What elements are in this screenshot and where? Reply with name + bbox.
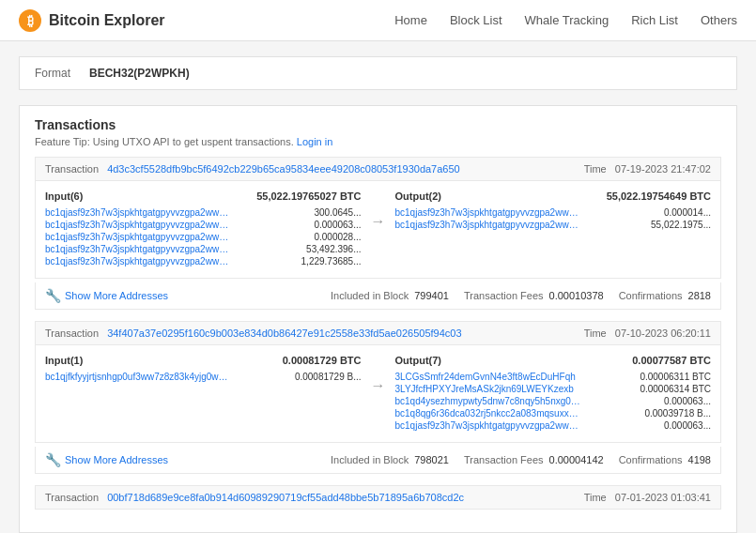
tx-1-in-addr-1: bc1qjasf9z3h7w3jspkhtgatgpyvvzgpa2wwd2lr… <box>45 207 362 218</box>
format-value: BECH32(P2WPKH) <box>89 67 190 80</box>
tx-2-input-header: Input(1) 0.00081729 BTC <box>45 355 362 366</box>
tx-2-header: Transaction 34f407a37e0295f160c9b003e834… <box>35 321 721 345</box>
tx-1-input-header: Input(6) 55,022.19765027 BTC <box>45 190 362 202</box>
tx-3-id-row: Transaction 00bf718d689e9ce8fa0b914d6098… <box>45 492 464 503</box>
tx-id-label-1: Transaction <box>45 163 99 175</box>
tx-1-in-addr-3: bc1qjasf9z3h7w3jspkhtgatgpyvvzgpa2wwd2lr… <box>45 232 362 242</box>
header: ₿ Bitcoin Explorer Home Block List Whale… <box>0 0 756 41</box>
tx-1-footer: 🔧 Show More Addresses Included in Block … <box>35 282 721 310</box>
tx-1-in-addr-2: bc1qjasf9z3h7w3jspkhtgatgpyvvzgpa2wwd2lr… <box>45 220 362 230</box>
tx-1-id-row: Transaction 4d3c3cf5528dfb9bc5f6492cb229… <box>45 163 460 175</box>
tx-1-io: Input(6) 55,022.19765027 BTC bc1qjasf9z3… <box>45 190 711 268</box>
tx-2-footer: 🔧 Show More Addresses Included in Block … <box>35 447 721 474</box>
tx-1-input: Input(6) 55,022.19765027 BTC bc1qjasf9z3… <box>45 190 362 268</box>
tx-1-out-addr-1: bc1qjasf9z3h7w3jspkhtgatgpyvvzgpa2wwd2lr… <box>395 207 712 218</box>
tx-2-in-addr-1: bc1qjfkfyyjrtjsnhgp0uf3ww7z8z83k4yjg0wh4… <box>45 372 362 382</box>
tx-1-id[interactable]: 4d3c3cf5528dfb9bc5f6492cb229b65ca95834ee… <box>107 163 460 175</box>
main-nav: Home Block List Whale Tracking Rich List… <box>394 13 737 27</box>
logo-text: Bitcoin Explorer <box>49 12 165 29</box>
tx-id-label-3: Transaction <box>45 492 99 503</box>
tx-2-out-addr-1: 3LCGsSmfr24demGvnN4e3ft8wEcDuHFqh 0.0000… <box>395 372 712 382</box>
transactions-title: Transactions <box>35 117 721 132</box>
tx-2-output-header: Output(7) 0.00077587 BTC <box>395 355 712 366</box>
main-content: Format BECH32(P2WPKH) Transactions Featu… <box>0 41 756 533</box>
nav-home[interactable]: Home <box>394 13 427 27</box>
tx-1-time: Time 07-19-2023 21:47:02 <box>584 163 711 175</box>
tx-2-block: Included in Block 798021 <box>331 454 449 465</box>
tx-2-input: Input(1) 0.00081729 BTC bc1qjfkfyyjrtjsn… <box>45 355 362 384</box>
tx-1-out-addr-2: bc1qjasf9z3h7w3jspkhtgatgpyvvzgpa2wwd2lr… <box>395 220 712 230</box>
nav-others[interactable]: Others <box>701 13 737 27</box>
tx-2-id[interactable]: 34f407a37e0295f160c9b003e834d0b86427e91c… <box>107 327 461 339</box>
tx-2-id-row: Transaction 34f407a37e0295f160c9b003e834… <box>45 327 462 339</box>
tx-2-confirmations: Confirmations 4198 <box>619 454 711 465</box>
tx-1-body: Input(6) 55,022.19765027 BTC bc1qjasf9z3… <box>35 181 721 279</box>
format-label: Format <box>35 67 70 80</box>
tx-1-header: Transaction 4d3c3cf5528dfb9bc5f6492cb229… <box>35 157 721 181</box>
tx-1-confirmations: Confirmations 2818 <box>619 290 711 301</box>
tx-2-output: Output(7) 0.00077587 BTC 3LCGsSmfr24demG… <box>395 355 712 433</box>
nav-block-list[interactable]: Block List <box>450 13 502 27</box>
tx-3-time: Time 07-01-2023 01:03:41 <box>584 492 711 503</box>
tx-2-show-more[interactable]: 🔧 Show More Addresses <box>45 452 316 467</box>
bitcoin-icon: ₿ <box>19 9 41 32</box>
tx-3-id[interactable]: 00bf718d689e9ce8fa0b914d60989290719cf55a… <box>107 492 464 503</box>
tx-1-fee: Transaction Fees 0.00010378 <box>464 290 604 301</box>
tx-id-label-2: Transaction <box>45 327 99 339</box>
nav-whale-tracking[interactable]: Whale Tracking <box>525 13 609 27</box>
logo: ₿ Bitcoin Explorer <box>19 9 165 32</box>
tx-2-io: Input(1) 0.00081729 BTC bc1qjfkfyyjrtjsn… <box>45 355 711 433</box>
tx-2-fee: Transaction Fees 0.00004142 <box>464 454 604 465</box>
transaction-3: Transaction 00bf718d689e9ce8fa0b914d6098… <box>35 485 721 510</box>
nav-rich-list[interactable]: Rich List <box>631 13 678 27</box>
tx-1-output: Output(2) 55,022.19754649 BTC bc1qjasf9z… <box>395 190 712 232</box>
tx-1-output-header: Output(2) 55,022.19754649 BTC <box>395 190 712 202</box>
transaction-1: Transaction 4d3c3cf5528dfb9bc5f6492cb229… <box>35 157 721 310</box>
format-row: Format BECH32(P2WPKH) <box>19 56 737 90</box>
tx-2-out-addr-3: bc1qd4ysezhmypwty5dnw7c8nqy5h5nxg0xqsvae… <box>395 396 712 406</box>
transaction-2: Transaction 34f407a37e0295f160c9b003e834… <box>35 321 721 474</box>
tx-2-body: Input(1) 0.00081729 BTC bc1qjfkfyyjrtjsn… <box>35 345 721 443</box>
transactions-section: Transactions Feature Tip: Using UTXO API… <box>19 105 737 533</box>
tx-2-arrow: → <box>371 355 386 394</box>
tx-1-in-addr-4: bc1qjasf9z3h7w3jspkhtgatgpyvvzgpa2wwd2lr… <box>45 244 362 254</box>
tx-1-arrow: → <box>371 190 386 230</box>
tx-2-out-addr-4: bc1q8qg6r36dca032rj5nkcc2a083mqsuxxzfr..… <box>395 408 712 419</box>
tx-3-header: Transaction 00bf718d689e9ce8fa0b914d6098… <box>35 485 721 510</box>
login-link[interactable]: Login in <box>297 136 333 147</box>
tx-2-out-addr-5: bc1qjasf9z3h7w3jspkhtgatgpyvvzgpa2wwd2lr… <box>395 420 712 431</box>
feature-tip: Feature Tip: Using UTXO API to get uspen… <box>35 136 721 147</box>
tx-2-time: Time 07-10-2023 06:20:11 <box>584 327 711 339</box>
tx-1-in-addr-5: bc1qjasf9z3h7w3jspkhtgatgpyvvzgpa2wwd2lr… <box>45 256 362 266</box>
tx-1-show-more[interactable]: 🔧 Show More Addresses <box>45 288 316 303</box>
tx-2-out-addr-2: 3LYJfcfHPXYJreMsASk2jkn69LWEYKzexb 0.000… <box>395 384 712 394</box>
tx-1-block: Included in Block 799401 <box>331 290 449 301</box>
